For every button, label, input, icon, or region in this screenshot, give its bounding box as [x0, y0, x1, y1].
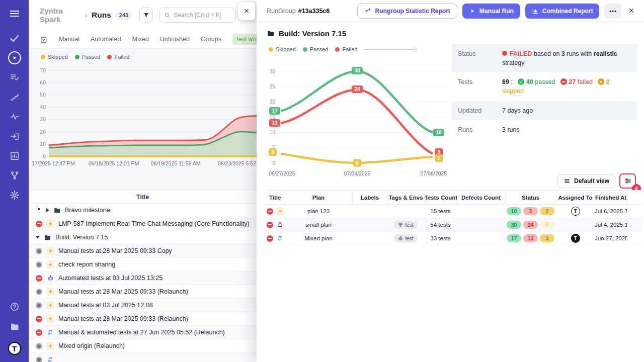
tag-pill[interactable]: test	[394, 221, 417, 229]
bulk-edit-icon[interactable]	[40, 35, 48, 44]
rungroup-info: Status FAILED based on 3 runs with reali…	[452, 44, 637, 139]
run-row[interactable]: check report sharing	[29, 258, 257, 272]
col-plan[interactable]: Plan	[285, 191, 352, 205]
run-row[interactable]: Manual tests at 28 Mar 2025 09:33 (Relau…	[29, 312, 257, 326]
default-view-button[interactable]: Default view	[557, 174, 615, 188]
folder-icon	[53, 206, 61, 214]
run-row-group[interactable]: Build: Version 7.15	[29, 231, 257, 244]
pulse-icon	[10, 112, 20, 122]
sidebar-item-reports[interactable]	[6, 151, 23, 161]
mixed-run-icon	[276, 234, 284, 242]
svg-text:07/04/2025: 07/04/2025	[344, 170, 371, 176]
plan-cell[interactable]: small plan	[285, 218, 352, 232]
panel-close-button[interactable]: ×	[238, 2, 255, 20]
tests-total: 69	[502, 78, 509, 85]
run-row-partial[interactable]	[29, 353, 257, 362]
runs-panel: Zyntra Spark › Runs 243 Manual Automated…	[29, 0, 257, 362]
col-tests-count[interactable]: Tests Count	[424, 191, 457, 205]
tab-automated[interactable]: Automated	[91, 36, 121, 43]
plan-cell[interactable]: plan 123	[285, 205, 352, 218]
col-title[interactable]: Title	[266, 191, 285, 205]
sidebar-item-plans[interactable]	[6, 72, 23, 82]
svg-text:17: 17	[272, 108, 278, 114]
sidebar-item-import[interactable]	[6, 131, 23, 141]
manual-run-button[interactable]: Manual Run	[462, 4, 520, 19]
run-row[interactable]: Automated tests at 03 Jul 2025 13:25	[29, 272, 257, 285]
svg-text:10: 10	[40, 141, 46, 147]
sidebar-item-settings[interactable]	[6, 190, 23, 200]
tab-manual[interactable]: Manual	[59, 36, 79, 43]
plan-cell[interactable]: Mixed plan	[285, 232, 352, 245]
tab-mixed[interactable]: Mixed	[132, 36, 148, 43]
run-row[interactable]: LMP-587 Implement Real-Time Chat Messagi…	[29, 217, 257, 231]
rungroup-chart: Skipped Passed Failed 05 1015 2025 30	[262, 46, 455, 179]
sidebar-item-runs[interactable]	[6, 53, 23, 63]
runs-history-area-chart[interactable]: 010 2030 4050 6070 17/2025 12:47 PM 06/1…	[31, 63, 257, 169]
user-avatar[interactable]: T	[8, 342, 21, 355]
tests-label: Tests	[458, 77, 502, 96]
hamburger-menu-icon[interactable]	[9, 8, 20, 19]
rungroup-line-chart[interactable]: 05 1015 2025 30 17 30 10 13 24 3 3 0	[262, 53, 449, 179]
rungroup-detail-panel: RunGroup #13a335c6 Rungroup Statistic Re…	[257, 0, 644, 362]
assignee-avatar[interactable]: T	[571, 234, 580, 243]
info-row-updated: Updated 7 days ago	[452, 101, 637, 120]
svg-text:20: 20	[40, 129, 46, 135]
sidebar-item-tests[interactable]	[6, 33, 23, 43]
run-row[interactable]: Mixed origin (Relaunch)	[29, 339, 257, 353]
sidebar-item-steps[interactable]	[6, 92, 23, 102]
col-labels[interactable]: Labels	[352, 191, 387, 205]
sidebar-item-help[interactable]	[6, 302, 23, 312]
breadcrumb-project[interactable]: Zyntra Spark	[40, 7, 81, 24]
tab-groups[interactable]: Groups	[201, 36, 221, 43]
chevron-right-icon[interactable]	[46, 208, 49, 212]
tag-pill[interactable]: test	[394, 234, 417, 242]
col-tags-envs[interactable]: Tags & Envs	[387, 191, 424, 205]
sidebar-item-activity[interactable]	[6, 112, 23, 122]
close-panel-button[interactable]: ×	[626, 6, 636, 16]
svg-text:50: 50	[40, 92, 46, 98]
table-row[interactable]: small plan test 54 tests 30240 Jul 4, 20…	[266, 218, 642, 232]
rungroup-statistic-report-button[interactable]: Rungroup Statistic Report	[357, 4, 457, 19]
status-cell: 1032	[505, 205, 556, 218]
run-row[interactable]: Manual & automated tests at 27 Jun 2025 …	[29, 326, 257, 339]
manual-run-icon	[276, 207, 284, 215]
manual-run-icon	[46, 342, 54, 350]
tags-cell: test	[387, 218, 424, 232]
tab-unfinished[interactable]: Unfinished	[160, 36, 190, 43]
run-row[interactable]: Manual tests at 28 Mar 2025 09:33 Copy	[29, 244, 257, 258]
combined-report-button[interactable]: Combined Report	[525, 4, 600, 19]
col-defects-count[interactable]: Defects Count	[457, 191, 505, 205]
svg-text:30: 30	[354, 68, 360, 73]
svg-text:06/19/2025 11:56 AM: 06/19/2025 11:56 AM	[150, 160, 200, 166]
failed-dot	[335, 47, 340, 52]
table-row[interactable]: Mixed plan test 33 tests 17133 T Jun 27,…	[266, 232, 642, 245]
runs-value: 3 runs	[502, 125, 520, 134]
sidebar-item-projects[interactable]	[6, 322, 23, 332]
run-row[interactable]: Manual tests at 28 Mar 2025 09:33 (Relau…	[29, 285, 257, 299]
sidebar-item-branches[interactable]	[6, 170, 23, 180]
svg-text:40: 40	[40, 104, 46, 110]
col-status[interactable]: Status	[505, 191, 556, 205]
col-assigned-to[interactable]: Assigned To	[556, 191, 595, 205]
table-row[interactable]: plan 123 15 tests 1032 T Jul 6, 2025 7:4…	[266, 205, 642, 218]
pin-icon[interactable]	[36, 207, 42, 214]
rungroup-actions: Rungroup Statistic Report Manual Run Com…	[357, 4, 636, 19]
run-row-group[interactable]: Bravo milestone	[29, 204, 257, 217]
failed-status-icon	[36, 329, 42, 336]
finished-at-cell: Jul 6, 2025 7:40	[595, 205, 627, 218]
bar-chart-icon	[532, 8, 539, 15]
run-title: LMP-587 Implement Real-Time Chat Messagi…	[58, 220, 250, 227]
svg-text:06/18/2025 12:01 PM: 06/18/2025 12:01 PM	[89, 160, 139, 166]
assignee-avatar[interactable]: T	[571, 207, 580, 216]
search-input[interactable]	[174, 12, 231, 19]
filter-tag-pill[interactable]: test work	[232, 34, 257, 45]
run-row[interactable]: Manual tests at 03 Jul 2025 12:08	[29, 299, 257, 312]
more-actions-button[interactable]: •••	[604, 4, 621, 19]
filter-button[interactable]	[139, 8, 153, 23]
runs-table-header: Title	[29, 190, 257, 204]
tags-cell: test	[387, 232, 424, 245]
chevron-down-icon[interactable]	[36, 236, 40, 239]
defects-count-cell	[457, 232, 505, 245]
column-settings-button[interactable]	[621, 175, 634, 187]
col-finished-at[interactable]: Finished At	[595, 191, 627, 205]
